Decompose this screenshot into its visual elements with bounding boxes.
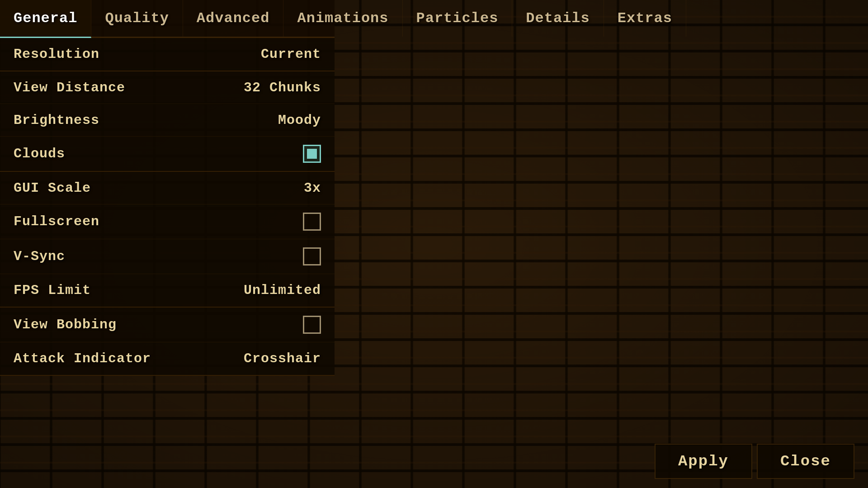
value-attack-indicator: Crosshair [244, 351, 321, 366]
settings-panel: ResolutionCurrentView Distance32 ChunksB… [0, 38, 335, 376]
label-view-distance: View Distance [14, 80, 125, 95]
group-display: GUI Scale3xFullscreenV-SyncFPS LimitUnli… [0, 172, 335, 308]
bottom-bar: ApplyClose [641, 435, 868, 488]
label-vsync: V-Sync [14, 249, 65, 264]
close-button[interactable]: Close [757, 444, 854, 479]
row-vsync[interactable]: V-Sync [0, 239, 335, 274]
value-resolution: Current [261, 47, 321, 62]
label-brightness: Brightness [14, 113, 99, 128]
label-fullscreen: Fullscreen [14, 214, 99, 229]
value-fps-limit: Unlimited [244, 283, 321, 298]
checkbox-clouds[interactable] [303, 145, 321, 163]
row-fps-limit[interactable]: FPS LimitUnlimited [0, 274, 335, 307]
row-view-bobbing[interactable]: View Bobbing [0, 308, 335, 342]
tab-details[interactable]: Details [512, 0, 604, 37]
row-view-distance[interactable]: View Distance32 Chunks [0, 71, 335, 104]
label-clouds: Clouds [14, 146, 65, 161]
tab-particles[interactable]: Particles [403, 0, 513, 37]
row-fullscreen[interactable]: Fullscreen [0, 204, 335, 239]
row-attack-indicator[interactable]: Attack IndicatorCrosshair [0, 342, 335, 375]
group-view: View Distance32 ChunksBrightnessMoodyClo… [0, 71, 335, 172]
checkbox-vsync[interactable] [303, 247, 321, 265]
main-content: GeneralQualityAdvancedAnimationsParticle… [0, 0, 335, 376]
row-resolution[interactable]: ResolutionCurrent [0, 38, 335, 71]
row-clouds[interactable]: Clouds [0, 137, 335, 171]
apply-button[interactable]: Apply [655, 444, 752, 479]
label-attack-indicator: Attack Indicator [14, 351, 151, 366]
value-gui-scale: 3x [304, 180, 321, 196]
row-gui-scale[interactable]: GUI Scale3x [0, 172, 335, 204]
group-resolution: ResolutionCurrent [0, 38, 335, 71]
tab-extras[interactable]: Extras [604, 0, 686, 37]
row-brightness[interactable]: BrightnessMoody [0, 104, 335, 137]
value-brightness: Moody [278, 113, 321, 128]
label-view-bobbing: View Bobbing [14, 317, 117, 332]
label-gui-scale: GUI Scale [14, 180, 91, 196]
tab-advanced[interactable]: Advanced [183, 0, 284, 37]
label-resolution: Resolution [14, 47, 99, 62]
tab-animations[interactable]: Animations [283, 0, 402, 37]
label-fps-limit: FPS Limit [14, 283, 91, 298]
tab-quality[interactable]: Quality [91, 0, 183, 37]
tab-bar: GeneralQualityAdvancedAnimationsParticle… [0, 0, 335, 38]
value-view-distance: 32 Chunks [244, 80, 321, 95]
checkbox-view-bobbing[interactable] [303, 316, 321, 334]
group-other: View BobbingAttack IndicatorCrosshair [0, 308, 335, 376]
tab-general[interactable]: General [0, 0, 91, 38]
checkbox-fullscreen[interactable] [303, 213, 321, 231]
